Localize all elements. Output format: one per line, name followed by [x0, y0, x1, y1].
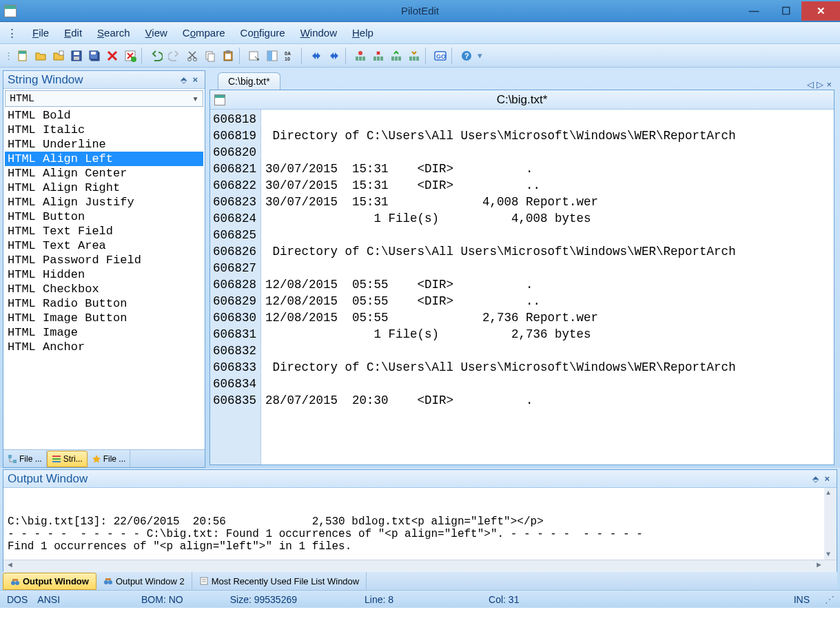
- string-item[interactable]: HTML Align Justify: [5, 195, 203, 210]
- string-item[interactable]: HTML Hidden: [5, 267, 203, 282]
- string-item[interactable]: HTML Button: [5, 210, 203, 224]
- back-icon[interactable]: [326, 48, 342, 64]
- output-body[interactable]: C:\big.txt[13]: 22/06/2015 20:56 2,530 b…: [3, 488, 837, 560]
- panel-close-icon[interactable]: ×: [189, 74, 201, 85]
- string-item[interactable]: HTML Bold: [5, 108, 203, 123]
- status-enc1: DOS: [7, 594, 28, 605]
- string-item[interactable]: HTML Align Right: [5, 181, 203, 195]
- hex-icon[interactable]: 0A10: [282, 48, 298, 64]
- svg-rect-35: [416, 57, 419, 61]
- save-all-icon[interactable]: [86, 48, 103, 64]
- workspace: String Window ⬘ × HTML HTML BoldHTML Ita…: [0, 68, 840, 468]
- svg-rect-44: [52, 461, 61, 462]
- menu-help[interactable]: Help: [352, 27, 373, 39]
- tree-icon: [8, 454, 17, 464]
- maximize-button[interactable]: ☐: [770, 1, 801, 21]
- save-icon[interactable]: [68, 48, 85, 64]
- string-item[interactable]: HTML Text Area: [5, 238, 203, 253]
- string-item[interactable]: HTML Anchor: [5, 340, 203, 354]
- go-icon[interactable]: GO: [432, 48, 449, 64]
- string-item[interactable]: HTML Image: [5, 325, 203, 340]
- open-multi-icon[interactable]: [50, 48, 67, 64]
- output-tab-1[interactable]: Output Window: [3, 573, 96, 590]
- string-item[interactable]: HTML Radio Button: [5, 296, 203, 311]
- select-word-icon[interactable]: [246, 48, 263, 64]
- menu-window[interactable]: Window: [300, 27, 337, 39]
- resize-grip-icon[interactable]: ⋰: [825, 594, 833, 605]
- editor-body: C:\big.txt* 6068186068196068206068216068…: [209, 90, 834, 465]
- code-lines[interactable]: Directory of C:\Users\All Users\Microsof…: [261, 110, 834, 464]
- menu-file[interactable]: File: [32, 27, 49, 39]
- menu-edit[interactable]: Edit: [64, 27, 82, 39]
- svg-rect-17: [225, 54, 231, 59]
- document-title: C:\big.txt*: [497, 93, 548, 107]
- output-tab-mru[interactable]: Most Recently Used File List Window: [192, 572, 367, 590]
- status-size: Size: 99535269: [230, 594, 297, 605]
- code-area[interactable]: 6068186068196068206068216068226068236068…: [210, 110, 834, 464]
- next-tab-icon[interactable]: ▷: [817, 79, 823, 90]
- svg-rect-32: [398, 57, 401, 61]
- sidebar-tabs: File ... Stri... File ...: [3, 449, 205, 467]
- string-item[interactable]: HTML Image Button: [5, 311, 203, 325]
- string-item[interactable]: HTML Password Field: [5, 253, 203, 267]
- open-folder-icon[interactable]: [32, 48, 49, 64]
- svg-rect-16: [226, 50, 230, 53]
- close-button[interactable]: ✕: [801, 1, 840, 21]
- menu-configure[interactable]: Configure: [240, 27, 285, 39]
- string-item[interactable]: HTML Italic: [5, 123, 203, 137]
- menu-compare[interactable]: Compare: [183, 27, 225, 39]
- minimize-button[interactable]: —: [738, 1, 770, 21]
- list-icon: [52, 454, 61, 464]
- prev-tab-icon[interactable]: ◁: [807, 79, 814, 90]
- status-enc2: ANSI: [37, 594, 60, 605]
- string-item[interactable]: HTML Text Field: [5, 224, 203, 238]
- menu-search[interactable]: Search: [97, 27, 130, 39]
- string-dropdown-value: HTML: [10, 93, 34, 105]
- line-gutter: 6068186068196068206068216068226068236068…: [210, 110, 261, 464]
- sidebar-tab-file1[interactable]: File ...: [3, 450, 47, 467]
- bookmark3-icon[interactable]: [388, 48, 404, 64]
- horizontal-scrollbar[interactable]: [3, 560, 837, 572]
- help-icon[interactable]: ?: [458, 48, 475, 64]
- close-all-icon[interactable]: [122, 48, 139, 64]
- bookmark1-icon[interactable]: [352, 48, 369, 64]
- output-title: Output Window: [8, 472, 88, 486]
- svg-point-46: [15, 581, 19, 585]
- bookmark2-icon[interactable]: [370, 48, 387, 64]
- menu-view[interactable]: View: [145, 27, 167, 39]
- svg-rect-51: [201, 578, 207, 584]
- cut-icon[interactable]: [184, 48, 201, 64]
- paste-icon[interactable]: [220, 48, 236, 64]
- svg-text:?: ?: [464, 52, 469, 60]
- string-item[interactable]: HTML Underline: [5, 137, 203, 152]
- string-dropdown[interactable]: HTML: [5, 90, 203, 107]
- new-file-icon[interactable]: [14, 48, 31, 64]
- string-item[interactable]: HTML Align Center: [5, 166, 203, 181]
- window-title: PilotEdit: [401, 5, 439, 17]
- undo-icon[interactable]: [148, 48, 165, 64]
- close-tab-icon[interactable]: ×: [826, 79, 832, 90]
- output-tab-2[interactable]: Output Window 2: [96, 572, 192, 590]
- string-item[interactable]: HTML Align Left: [5, 152, 203, 166]
- pin-icon[interactable]: ⬘: [810, 474, 821, 484]
- string-list[interactable]: HTML BoldHTML ItalicHTML UnderlineHTML A…: [5, 108, 203, 449]
- bookmark4-icon[interactable]: [406, 48, 422, 64]
- close-red-icon[interactable]: [104, 48, 121, 64]
- pin-icon[interactable]: ⬘: [178, 75, 189, 85]
- binocular-icon: [103, 576, 113, 586]
- redo-icon[interactable]: [166, 48, 183, 64]
- toolbar-overflow-icon[interactable]: ▾: [478, 50, 482, 61]
- copy-icon[interactable]: [202, 48, 218, 64]
- editor-tab[interactable]: C:\big.txt*: [218, 72, 280, 90]
- svg-rect-8: [91, 52, 96, 54]
- vertical-scrollbar[interactable]: [824, 488, 837, 560]
- string-item[interactable]: HTML Checkbox: [5, 282, 203, 296]
- svg-text:0A: 0A: [285, 51, 291, 56]
- column-mode-icon[interactable]: [264, 48, 280, 64]
- forward-icon[interactable]: [308, 48, 325, 64]
- string-window-header: String Window ⬘ ×: [3, 71, 205, 89]
- sidebar-tab-string[interactable]: Stri...: [47, 451, 88, 467]
- sidebar-tab-file2[interactable]: File ...: [88, 450, 131, 467]
- panel-close-icon[interactable]: ×: [821, 473, 832, 484]
- svg-rect-30: [391, 57, 394, 61]
